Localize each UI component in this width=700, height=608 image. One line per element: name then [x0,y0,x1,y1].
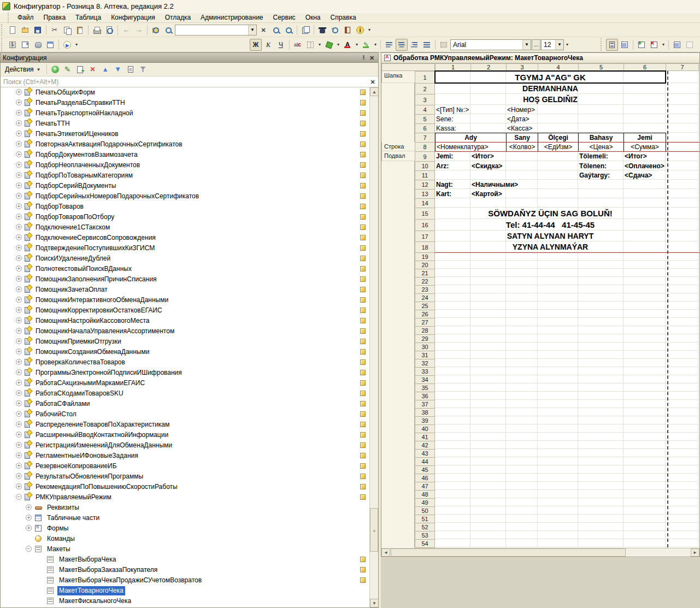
cell[interactable] [506,424,538,433]
cell[interactable] [470,441,506,449]
template-cell-r4c1[interactable]: <[Тип] №:> [435,105,506,114]
menu-3[interactable]: Таблица [70,13,106,22]
cell[interactable] [435,375,470,383]
cell[interactable] [538,302,578,310]
tree-item-label[interactable]: РасширенныйВводКонтактнойИнформации [34,430,170,440]
tree-item[interactable]: МакетВыбораЧекаПродажиСУчетомВозвратов [1,575,370,586]
cell[interactable] [578,392,623,400]
column-header-3[interactable]: 3 [506,63,538,71]
cell[interactable] [578,531,623,539]
cell[interactable] [435,465,470,474]
cell[interactable] [666,293,698,302]
template-cell-r12c1[interactable]: Nagt: [435,180,470,189]
tree-item[interactable]: +ПодборТоваровПоОтбору [1,212,370,222]
tree-item[interactable]: −Макеты [1,544,370,554]
cell[interactable] [470,515,506,523]
tree-item-label[interactable]: МакетФискальногоЧека [57,597,133,606]
tree-item[interactable]: +РезервноеКопированиеИБ [1,461,370,471]
cell[interactable] [506,170,538,180]
template-cell-r7c5[interactable]: Bahasy [578,133,624,143]
cell[interactable] [578,457,623,465]
cell[interactable] [578,482,623,490]
cell[interactable] [470,498,506,506]
expand-icon[interactable]: + [16,214,22,220]
cell[interactable] [578,180,623,189]
cell[interactable] [470,261,506,269]
cell[interactable] [578,310,623,318]
row-header-51[interactable]: 51 [415,515,435,523]
search-close-button[interactable] [257,24,269,36]
action-list-button[interactable] [125,64,136,75]
cell[interactable] [666,285,698,293]
cell[interactable] [578,105,623,114]
row-header-49[interactable]: 49 [415,498,435,507]
database-button[interactable] [32,39,44,51]
font-color-button[interactable] [342,39,354,51]
row-header-48[interactable]: 48 [415,490,435,499]
cell[interactable] [506,498,538,506]
cell[interactable] [666,539,698,547]
cell[interactable] [666,416,698,424]
cell[interactable] [506,523,538,531]
expand-icon[interactable]: + [16,131,22,137]
expand-icon[interactable]: + [16,89,22,95]
cell[interactable] [538,424,578,433]
align-left-button[interactable] [383,39,395,51]
tree-item[interactable]: МакетВыбораЧека [1,554,370,565]
cell[interactable] [506,531,538,539]
cell[interactable] [538,310,578,318]
cell[interactable] [666,449,698,457]
cell[interactable] [470,424,506,433]
find-prev-button[interactable] [283,24,295,36]
template-cell-r5c1[interactable]: Sene: [435,114,506,123]
menu-1[interactable]: Файл [13,13,39,22]
cell[interactable] [578,383,623,392]
cell[interactable] [470,465,506,474]
tree-item[interactable]: +ПодборДокументовВзаимозачета [1,150,370,160]
chevron-down-icon[interactable]: ▼ [248,25,256,35]
tree-item-label[interactable]: ПодборТоваров [34,202,85,211]
tree-item-label[interactable]: ПроверкаКоличестваТоваров [34,358,127,367]
tree-item[interactable]: +РаботаСАкцизнымиМаркамиЕГАИС [1,378,370,388]
cell[interactable] [623,498,666,506]
template-cell-r9c2[interactable]: <Итог> [470,151,538,161]
cell[interactable] [506,457,538,465]
cell[interactable] [506,515,538,523]
expand-icon[interactable]: + [16,297,22,303]
template-cell-r10c2[interactable]: <Скидка> [470,161,538,170]
cell[interactable] [435,198,470,208]
cell[interactable] [666,161,698,170]
cell[interactable] [538,416,578,424]
tree-item[interactable]: +ПодборСерийныхНомеровПодарочныхСертифик… [1,191,370,202]
names-panel-button[interactable] [606,39,618,51]
cell[interactable] [578,334,623,343]
toolbar-overflow-icon[interactable]: ▾ [564,42,570,47]
tree-item[interactable]: +ПечатьРазделаБСправкиТТН [1,98,370,108]
row-header-14[interactable]: 14 [415,198,435,208]
cell[interactable] [506,310,538,318]
cell[interactable] [435,457,470,465]
tree-item[interactable]: МакетФискальногоЧека [1,596,370,606]
cell[interactable] [578,498,623,506]
cell[interactable] [578,252,623,261]
font-name-combobox[interactable]: Arial▼ [450,39,531,50]
cell[interactable] [666,498,698,506]
expand-icon[interactable]: + [16,110,22,116]
line-color-button[interactable] [360,39,372,51]
tree-item-label[interactable]: ПомощникЗаполненияПричинСписания [34,275,158,284]
cell[interactable] [470,449,506,457]
cell[interactable] [506,506,538,515]
cell[interactable] [578,285,623,293]
cell[interactable] [623,424,666,433]
expand-icon[interactable]: + [16,328,22,334]
cell[interactable] [666,142,698,151]
cell[interactable] [538,506,578,515]
tree-item-label[interactable]: РаспределениеТоваровПоХарактеристикам [34,420,171,429]
cell[interactable] [538,293,578,302]
cell[interactable] [666,400,698,408]
tree-item[interactable]: +ПомощникНастройкиКассовогоМеста [1,316,370,326]
cell[interactable] [578,408,623,416]
tree-item-label[interactable]: ПодборСерийныхНомеровПодарочныхСертифика… [34,192,201,201]
menu-6[interactable]: Администрирование [196,13,268,22]
tree-item[interactable]: +ПодтверждениеПоступившихКиЗГИСМ [1,243,370,253]
